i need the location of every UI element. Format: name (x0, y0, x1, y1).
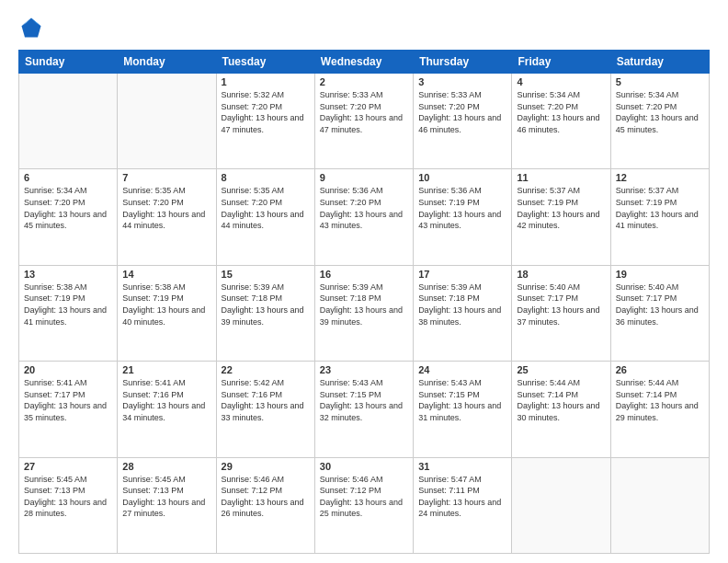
day-number: 4 (517, 76, 605, 87)
day-number: 23 (320, 364, 408, 375)
calendar-cell: 24Sunrise: 5:43 AMSunset: 7:15 PMDayligh… (414, 362, 512, 457)
calendar-cell: 15Sunrise: 5:39 AMSunset: 7:18 PMDayligh… (216, 265, 314, 361)
day-info: Sunrise: 5:33 AMSunset: 7:20 PMDaylight:… (320, 89, 408, 135)
day-info: Sunrise: 5:43 AMSunset: 7:15 PMDaylight:… (418, 377, 506, 423)
calendar-cell: 29Sunrise: 5:46 AMSunset: 7:12 PMDayligh… (216, 457, 314, 553)
day-info: Sunrise: 5:36 AMSunset: 7:20 PMDaylight:… (320, 185, 408, 231)
calendar-cell: 31Sunrise: 5:47 AMSunset: 7:11 PMDayligh… (414, 457, 512, 553)
day-number: 5 (616, 76, 704, 87)
day-info: Sunrise: 5:45 AMSunset: 7:13 PMDaylight:… (24, 474, 112, 520)
day-number: 16 (320, 269, 408, 280)
day-number: 7 (122, 172, 210, 183)
day-number: 3 (418, 76, 506, 87)
calendar-cell: 3Sunrise: 5:33 AMSunset: 7:20 PMDaylight… (414, 74, 512, 169)
col-header-tuesday: Tuesday (216, 51, 314, 74)
day-number: 19 (616, 269, 704, 280)
col-header-sunday: Sunday (19, 51, 118, 74)
calendar-cell: 30Sunrise: 5:46 AMSunset: 7:12 PMDayligh… (314, 457, 413, 553)
day-info: Sunrise: 5:40 AMSunset: 7:17 PMDaylight:… (616, 282, 704, 327)
day-number: 15 (222, 269, 310, 280)
day-info: Sunrise: 5:32 AMSunset: 7:20 PMDaylight:… (222, 89, 310, 135)
calendar-cell (19, 74, 118, 169)
calendar-cell: 12Sunrise: 5:37 AMSunset: 7:19 PMDayligh… (610, 169, 709, 265)
day-number: 6 (24, 172, 112, 183)
calendar-cell: 10Sunrise: 5:36 AMSunset: 7:19 PMDayligh… (414, 169, 512, 265)
calendar-cell: 21Sunrise: 5:41 AMSunset: 7:16 PMDayligh… (118, 362, 216, 457)
day-number: 26 (616, 364, 704, 375)
calendar-cell: 19Sunrise: 5:40 AMSunset: 7:17 PMDayligh… (610, 265, 709, 361)
calendar-cell: 7Sunrise: 5:35 AMSunset: 7:20 PMDaylight… (118, 169, 216, 265)
day-info: Sunrise: 5:46 AMSunset: 7:12 PMDaylight:… (320, 474, 408, 520)
day-number: 22 (222, 364, 310, 375)
header (18, 15, 710, 40)
day-number: 12 (616, 172, 704, 183)
week-row-4: 20Sunrise: 5:41 AMSunset: 7:17 PMDayligh… (19, 362, 710, 457)
calendar-cell: 22Sunrise: 5:42 AMSunset: 7:16 PMDayligh… (216, 362, 314, 457)
day-info: Sunrise: 5:36 AMSunset: 7:19 PMDaylight:… (418, 185, 506, 231)
calendar-cell (512, 457, 610, 553)
col-header-thursday: Thursday (414, 51, 512, 74)
calendar-cell: 18Sunrise: 5:40 AMSunset: 7:17 PMDayligh… (512, 265, 610, 361)
day-number: 1 (222, 76, 310, 87)
day-info: Sunrise: 5:46 AMSunset: 7:12 PMDaylight:… (222, 474, 310, 520)
week-row-1: 1Sunrise: 5:32 AMSunset: 7:20 PMDaylight… (19, 74, 710, 169)
day-number: 29 (222, 461, 310, 472)
day-info: Sunrise: 5:47 AMSunset: 7:11 PMDaylight:… (418, 474, 506, 520)
day-info: Sunrise: 5:40 AMSunset: 7:17 PMDaylight:… (517, 282, 605, 327)
day-number: 14 (122, 269, 210, 280)
calendar-table: SundayMondayTuesdayWednesdayThursdayFrid… (18, 50, 710, 554)
calendar-cell (610, 457, 709, 553)
col-header-wednesday: Wednesday (314, 51, 413, 74)
calendar-cell: 11Sunrise: 5:37 AMSunset: 7:19 PMDayligh… (512, 169, 610, 265)
calendar-cell: 14Sunrise: 5:38 AMSunset: 7:19 PMDayligh… (118, 265, 216, 361)
logo (18, 15, 48, 40)
calendar-cell: 5Sunrise: 5:34 AMSunset: 7:20 PMDaylight… (610, 74, 709, 169)
col-header-saturday: Saturday (610, 51, 709, 74)
day-info: Sunrise: 5:42 AMSunset: 7:16 PMDaylight:… (222, 377, 310, 423)
day-info: Sunrise: 5:39 AMSunset: 7:18 PMDaylight:… (418, 282, 506, 327)
day-number: 27 (24, 461, 112, 472)
week-row-2: 6Sunrise: 5:34 AMSunset: 7:20 PMDaylight… (19, 169, 710, 265)
calendar-cell: 16Sunrise: 5:39 AMSunset: 7:18 PMDayligh… (314, 265, 413, 361)
day-info: Sunrise: 5:44 AMSunset: 7:14 PMDaylight:… (517, 377, 605, 423)
day-info: Sunrise: 5:34 AMSunset: 7:20 PMDaylight:… (517, 89, 605, 135)
calendar-cell: 6Sunrise: 5:34 AMSunset: 7:20 PMDaylight… (19, 169, 118, 265)
col-header-friday: Friday (512, 51, 610, 74)
day-info: Sunrise: 5:43 AMSunset: 7:15 PMDaylight:… (320, 377, 408, 423)
day-number: 25 (517, 364, 605, 375)
day-number: 21 (122, 364, 210, 375)
day-number: 30 (320, 461, 408, 472)
calendar-cell: 2Sunrise: 5:33 AMSunset: 7:20 PMDaylight… (314, 74, 413, 169)
day-info: Sunrise: 5:45 AMSunset: 7:13 PMDaylight:… (122, 474, 210, 520)
svg-marker-0 (22, 18, 41, 38)
day-number: 24 (418, 364, 506, 375)
day-info: Sunrise: 5:34 AMSunset: 7:20 PMDaylight:… (24, 185, 112, 231)
day-info: Sunrise: 5:44 AMSunset: 7:14 PMDaylight:… (616, 377, 704, 423)
page: SundayMondayTuesdayWednesdayThursdayFrid… (0, 0, 728, 563)
calendar-header-row: SundayMondayTuesdayWednesdayThursdayFrid… (19, 51, 710, 74)
logo-icon (18, 15, 44, 40)
week-row-5: 27Sunrise: 5:45 AMSunset: 7:13 PMDayligh… (19, 457, 710, 553)
calendar-cell: 17Sunrise: 5:39 AMSunset: 7:18 PMDayligh… (414, 265, 512, 361)
day-info: Sunrise: 5:39 AMSunset: 7:18 PMDaylight:… (222, 282, 310, 327)
week-row-3: 13Sunrise: 5:38 AMSunset: 7:19 PMDayligh… (19, 265, 710, 361)
day-info: Sunrise: 5:34 AMSunset: 7:20 PMDaylight:… (616, 89, 704, 135)
day-info: Sunrise: 5:39 AMSunset: 7:18 PMDaylight:… (320, 282, 408, 327)
calendar-cell: 8Sunrise: 5:35 AMSunset: 7:20 PMDaylight… (216, 169, 314, 265)
day-number: 11 (517, 172, 605, 183)
calendar-cell: 20Sunrise: 5:41 AMSunset: 7:17 PMDayligh… (19, 362, 118, 457)
day-info: Sunrise: 5:38 AMSunset: 7:19 PMDaylight:… (122, 282, 210, 327)
calendar-cell: 4Sunrise: 5:34 AMSunset: 7:20 PMDaylight… (512, 74, 610, 169)
day-number: 31 (418, 461, 506, 472)
day-info: Sunrise: 5:35 AMSunset: 7:20 PMDaylight:… (222, 185, 310, 231)
calendar-cell: 27Sunrise: 5:45 AMSunset: 7:13 PMDayligh… (19, 457, 118, 553)
day-number: 2 (320, 76, 408, 87)
day-number: 28 (122, 461, 210, 472)
day-number: 9 (320, 172, 408, 183)
calendar-cell: 26Sunrise: 5:44 AMSunset: 7:14 PMDayligh… (610, 362, 709, 457)
day-number: 8 (222, 172, 310, 183)
day-number: 18 (517, 269, 605, 280)
calendar-cell: 25Sunrise: 5:44 AMSunset: 7:14 PMDayligh… (512, 362, 610, 457)
calendar-cell: 13Sunrise: 5:38 AMSunset: 7:19 PMDayligh… (19, 265, 118, 361)
day-info: Sunrise: 5:33 AMSunset: 7:20 PMDaylight:… (418, 89, 506, 135)
